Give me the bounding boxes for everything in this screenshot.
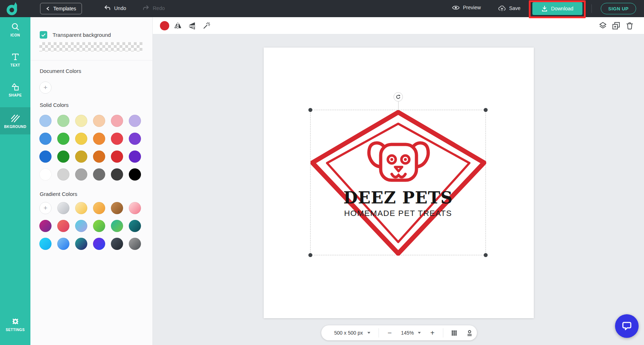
effects-button[interactable] bbox=[201, 21, 211, 31]
live-chat-button[interactable] bbox=[615, 314, 639, 338]
solid-color-swatch[interactable] bbox=[111, 168, 123, 181]
download-button[interactable]: Download bbox=[532, 2, 582, 15]
solid-color-swatch[interactable] bbox=[39, 115, 52, 127]
logo-tagline-text[interactable]: HOMEMADE PET TREATS bbox=[311, 210, 486, 218]
flip-vertical-button[interactable] bbox=[187, 21, 197, 31]
artboard[interactable]: DEEZ PETS HOMEMADE PET TREATS bbox=[264, 48, 534, 318]
app-logo[interactable] bbox=[6, 2, 19, 15]
transparent-background-checkbox[interactable]: Transparent background bbox=[40, 31, 111, 39]
gradient-color-swatch[interactable] bbox=[57, 238, 69, 250]
shape-icon bbox=[11, 82, 20, 92]
resize-handle-top-right[interactable] bbox=[484, 108, 488, 112]
save-button[interactable]: Save bbox=[498, 5, 521, 11]
solid-color-swatch[interactable] bbox=[129, 168, 141, 181]
gradient-color-swatch[interactable] bbox=[75, 202, 87, 214]
solid-color-swatch[interactable] bbox=[93, 151, 105, 163]
resize-handle-bottom-right[interactable] bbox=[484, 253, 488, 257]
gradient-color-swatch[interactable] bbox=[39, 220, 52, 232]
transparent-background-label: Transparent background bbox=[53, 32, 111, 38]
rotate-handle[interactable] bbox=[394, 92, 403, 102]
sidebar-item-icon[interactable]: ICON bbox=[0, 22, 30, 37]
solid-color-swatch[interactable] bbox=[39, 151, 52, 163]
logo-selection-box[interactable]: DEEZ PETS HOMEMADE PET TREATS bbox=[310, 110, 486, 255]
canvas-size-label: 500 x 500 px bbox=[334, 330, 363, 336]
solid-color-swatch[interactable] bbox=[57, 115, 69, 127]
gradient-color-swatch[interactable] bbox=[93, 238, 105, 250]
redo-icon bbox=[142, 5, 150, 12]
zoom-out-button[interactable]: − bbox=[387, 329, 392, 337]
flip-horizontal-icon bbox=[174, 21, 182, 30]
gradient-color-swatch[interactable] bbox=[39, 238, 52, 250]
gradient-color-swatch[interactable] bbox=[93, 202, 105, 214]
text-icon bbox=[11, 52, 20, 61]
solid-color-swatch[interactable] bbox=[129, 115, 141, 127]
sidebar-item-settings[interactable]: SETTINGS bbox=[0, 317, 30, 332]
undo-button[interactable]: Undo bbox=[104, 5, 126, 12]
gradient-color-swatch[interactable] bbox=[75, 238, 87, 250]
solid-color-swatch[interactable] bbox=[75, 115, 87, 127]
canvas-size-selector[interactable]: 500 x 500 px bbox=[334, 330, 371, 336]
solid-color-swatch[interactable] bbox=[111, 151, 123, 163]
zoom-level-label: 145% bbox=[401, 330, 414, 336]
solid-color-swatch[interactable] bbox=[57, 168, 69, 181]
solid-color-swatch[interactable] bbox=[93, 168, 105, 181]
solid-color-swatch[interactable] bbox=[129, 151, 141, 163]
gradient-color-swatch[interactable] bbox=[111, 202, 123, 214]
layers-icon bbox=[598, 21, 608, 30]
solid-color-swatch[interactable] bbox=[111, 115, 123, 127]
flip-horizontal-button[interactable] bbox=[173, 21, 183, 31]
preview-button[interactable]: Preview bbox=[452, 5, 481, 10]
solid-color-swatch[interactable] bbox=[57, 133, 69, 145]
signup-label: SIGN UP bbox=[608, 6, 629, 11]
solid-color-swatch[interactable] bbox=[93, 133, 105, 145]
gradient-color-swatch[interactable] bbox=[93, 220, 105, 232]
top-bar: Templates Undo Redo Preview Save bbox=[0, 0, 644, 17]
gradient-color-swatch[interactable] bbox=[75, 220, 87, 232]
gradient-colors-title: Gradient Colors bbox=[40, 191, 77, 197]
undo-label: Undo bbox=[114, 5, 126, 11]
gradient-color-swatch[interactable] bbox=[129, 238, 141, 250]
zoom-level-selector[interactable]: 145% bbox=[401, 330, 421, 336]
snap-icon bbox=[466, 329, 473, 337]
gradient-color-swatch[interactable] bbox=[129, 202, 141, 214]
sidebar-item-text[interactable]: TEXT bbox=[0, 52, 30, 67]
gradient-color-swatch[interactable] bbox=[111, 220, 123, 232]
resize-handle-bottom-left[interactable] bbox=[308, 253, 312, 257]
pet-logo-graphic[interactable] bbox=[311, 110, 486, 256]
solid-color-swatch[interactable] bbox=[39, 168, 52, 181]
workspace: DEEZ PETS HOMEMADE PET TREATS 500 x 500 … bbox=[153, 34, 644, 345]
resize-handle-top-left[interactable] bbox=[308, 108, 312, 112]
solid-color-swatch[interactable] bbox=[129, 133, 141, 145]
layers-button[interactable] bbox=[598, 21, 608, 31]
delete-button[interactable] bbox=[625, 21, 635, 31]
add-document-color-button[interactable]: + bbox=[39, 82, 52, 94]
zoom-in-button[interactable]: + bbox=[430, 329, 435, 337]
templates-button[interactable]: Templates bbox=[40, 3, 82, 14]
gradient-color-swatch[interactable] bbox=[129, 220, 141, 232]
solid-color-swatch[interactable] bbox=[111, 133, 123, 145]
add-gradient-color-button[interactable]: + bbox=[39, 202, 52, 214]
gradient-color-swatch[interactable] bbox=[57, 220, 69, 232]
sidebar-label: ICON bbox=[0, 33, 30, 37]
grid-toggle-button[interactable] bbox=[450, 329, 458, 337]
fill-color-swatch[interactable] bbox=[160, 21, 169, 30]
chat-bubble-icon bbox=[621, 320, 633, 332]
solid-color-swatch[interactable] bbox=[57, 151, 69, 163]
gradient-color-swatch[interactable] bbox=[57, 202, 69, 214]
rotate-connector bbox=[398, 102, 399, 110]
solid-color-swatch[interactable] bbox=[75, 151, 87, 163]
sidebar-item-background[interactable]: BKGROUND bbox=[0, 107, 30, 134]
rotate-icon bbox=[395, 94, 401, 100]
solid-color-swatch[interactable] bbox=[75, 133, 87, 145]
redo-button[interactable]: Redo bbox=[142, 5, 165, 12]
sidebar-item-shape[interactable]: SHAPE bbox=[0, 82, 30, 97]
duplicate-button[interactable] bbox=[611, 21, 621, 31]
logo-brand-text[interactable]: DEEZ PETS bbox=[311, 189, 486, 206]
solid-color-swatch[interactable] bbox=[39, 133, 52, 145]
solid-color-swatch[interactable] bbox=[93, 115, 105, 127]
magic-wand-icon bbox=[202, 21, 211, 30]
gradient-color-swatch[interactable] bbox=[111, 238, 123, 250]
signup-button[interactable]: SIGN UP bbox=[601, 3, 636, 14]
snap-toggle-button[interactable] bbox=[466, 329, 473, 337]
solid-color-swatch[interactable] bbox=[75, 168, 87, 181]
